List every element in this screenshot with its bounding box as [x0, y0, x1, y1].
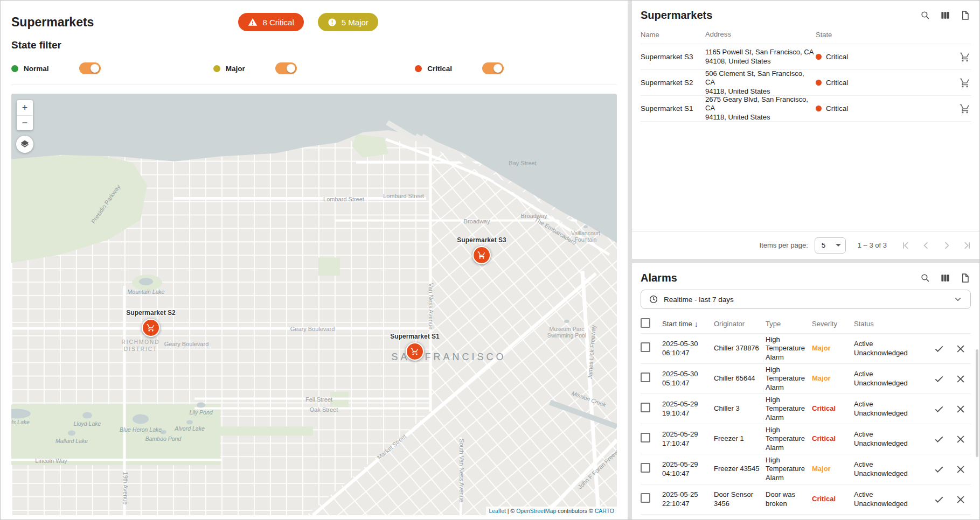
table-row[interactable]: Supermarket S1 2675 Geary Blvd, San Fran… — [641, 96, 971, 122]
columns-icon[interactable] — [939, 272, 951, 284]
columns-icon[interactable] — [939, 10, 951, 22]
column-header-severity[interactable]: Severity — [812, 320, 854, 328]
alarm-row[interactable]: 2025-05-3006:10:47 Chiller 378876 High T… — [641, 334, 971, 364]
row-checkbox[interactable] — [641, 433, 650, 442]
marker-pin[interactable] — [472, 246, 491, 264]
clear-icon[interactable] — [955, 433, 967, 445]
shopping-cart-icon[interactable] — [959, 103, 971, 115]
layers-icon — [20, 139, 30, 149]
filter-major-toggle[interactable] — [275, 62, 297, 74]
map-marker-supermarket-s1[interactable]: Supermarket S1 — [406, 342, 424, 361]
time-window-label: Realtime - last 7 days — [664, 296, 734, 304]
alarm-originator: Chiller 378876 — [714, 344, 766, 353]
zoom-out-button[interactable]: − — [17, 115, 33, 130]
openstreetmap-link[interactable]: OpenStreetMap — [516, 508, 556, 514]
filter-major: Major — [213, 62, 415, 74]
alarms-table-header: Start time↓ Originator Type Severity Sta… — [641, 314, 971, 334]
filter-normal-label: Normal — [24, 65, 49, 73]
acknowledge-icon[interactable] — [933, 343, 945, 355]
row-checkbox[interactable] — [641, 463, 650, 473]
table-row[interactable]: Supermarket S3 1165 Powell St, San Franc… — [641, 44, 971, 70]
attribution-text: | © — [506, 508, 516, 514]
alarm-row[interactable]: 2025-05-2904:10:47 Freezer 43545 High Te… — [641, 454, 971, 484]
acknowledge-icon[interactable] — [933, 494, 945, 505]
column-header-originator[interactable]: Originator — [714, 320, 766, 328]
marker-pin[interactable] — [142, 319, 160, 337]
alarm-row[interactable]: 2025-05-2522:10:47 Door Sensor 3456 Door… — [641, 484, 971, 515]
carto-link[interactable]: CARTO — [595, 508, 614, 514]
search-icon[interactable] — [919, 10, 931, 22]
alarm-row[interactable]: 2025-05-2919:10:47 Chiller 3 High Temper… — [641, 394, 971, 424]
alarm-severity: Major — [812, 344, 854, 353]
shopping-cart-icon — [477, 251, 486, 259]
map-layers-button[interactable] — [16, 136, 33, 153]
last-page-button[interactable] — [957, 235, 977, 256]
acknowledge-icon[interactable] — [933, 403, 945, 415]
select-all-checkbox[interactable] — [641, 318, 650, 328]
clear-icon[interactable] — [955, 403, 967, 415]
search-icon[interactable] — [919, 272, 931, 284]
time-window-filter[interactable]: Realtime - last 7 days — [641, 290, 971, 309]
filter-critical-toggle[interactable] — [482, 62, 504, 74]
supermarket-address: 2675 Geary Blvd, San Francisco, CA94118,… — [705, 95, 816, 122]
critical-count-badge[interactable]: 8 Critical — [238, 13, 303, 31]
map-marker-supermarket-s3[interactable]: Supermarket S3 — [472, 246, 491, 264]
row-checkbox[interactable] — [641, 373, 650, 382]
clear-icon[interactable] — [955, 373, 967, 385]
column-header-state[interactable]: State — [816, 31, 940, 39]
column-header-status[interactable]: Status — [854, 320, 921, 328]
alarm-severity: Critical — [812, 495, 854, 503]
attribution-text: contributors © — [556, 508, 594, 514]
row-checkbox[interactable] — [641, 403, 650, 412]
alarms-card-header: Alarms — [632, 263, 979, 289]
clear-icon[interactable] — [955, 463, 967, 475]
map-zoom-control: + − — [17, 100, 33, 130]
alarm-originator: Freezer 43545 — [714, 465, 766, 473]
map[interactable]: Presidio Parkway Mountain Lake Lombard S… — [11, 94, 617, 515]
row-checkbox[interactable] — [641, 493, 650, 503]
acknowledge-icon[interactable] — [933, 433, 945, 445]
alarm-start-time: 2025-05-2904:10:47 — [662, 460, 714, 478]
major-count-label: 5 Major — [342, 18, 369, 27]
alarm-row[interactable]: 2025-05-3005:10:47 Chiller 65644 High Te… — [641, 364, 971, 394]
major-count-badge[interactable]: 5 Major — [318, 13, 378, 31]
column-header-address[interactable]: Address — [705, 30, 816, 39]
table-row[interactable]: Supermarket S2 506 Clement St, San Franc… — [641, 70, 971, 96]
acknowledge-icon[interactable] — [933, 373, 945, 385]
column-header-name[interactable]: Name — [641, 31, 705, 39]
scrollbar[interactable] — [976, 349, 978, 457]
shopping-cart-icon[interactable] — [959, 51, 971, 63]
shopping-cart-icon[interactable] — [959, 77, 971, 89]
alarm-severity: Critical — [812, 434, 854, 443]
leaflet-link[interactable]: Leaflet — [489, 508, 506, 514]
next-page-button[interactable] — [936, 235, 957, 256]
state-label: Critical — [826, 79, 848, 87]
state-filter-title: State filter — [11, 39, 617, 52]
export-file-icon[interactable] — [959, 10, 971, 22]
marker-label: Supermarket S3 — [457, 236, 506, 244]
filter-normal-toggle[interactable] — [79, 62, 101, 74]
alarm-start-time: 2025-05-3006:10:47 — [662, 340, 714, 357]
column-header-start-time[interactable]: Start time↓ — [662, 320, 714, 328]
alarm-count-badges: 8 Critical 5 Major — [238, 13, 378, 31]
previous-page-button[interactable] — [916, 235, 936, 256]
map-marker-supermarket-s2[interactable]: Supermarket S2 — [142, 319, 160, 337]
state-dot — [816, 54, 822, 60]
clear-icon[interactable] — [955, 494, 967, 505]
filter-critical-label: Critical — [427, 65, 452, 73]
normal-state-dot — [11, 65, 18, 72]
column-header-type[interactable]: Type — [766, 320, 812, 328]
row-checkbox[interactable] — [641, 342, 650, 352]
map-canvas[interactable] — [11, 94, 617, 515]
alarm-row[interactable]: 2025-05-2917:10:47 Freezer 1 High Temper… — [641, 424, 971, 454]
first-page-button[interactable] — [895, 235, 916, 256]
acknowledge-icon[interactable] — [933, 463, 945, 475]
supermarket-name: Supermarket S2 — [641, 79, 705, 87]
export-file-icon[interactable] — [959, 272, 971, 284]
page-title: Supermarkets — [11, 15, 94, 30]
items-per-page-select[interactable]: 5 — [815, 237, 846, 254]
marker-pin[interactable] — [406, 342, 424, 361]
zoom-in-button[interactable]: + — [17, 100, 33, 115]
alarm-type: High Temperature Alarm — [766, 335, 812, 362]
clear-icon[interactable] — [955, 343, 967, 355]
